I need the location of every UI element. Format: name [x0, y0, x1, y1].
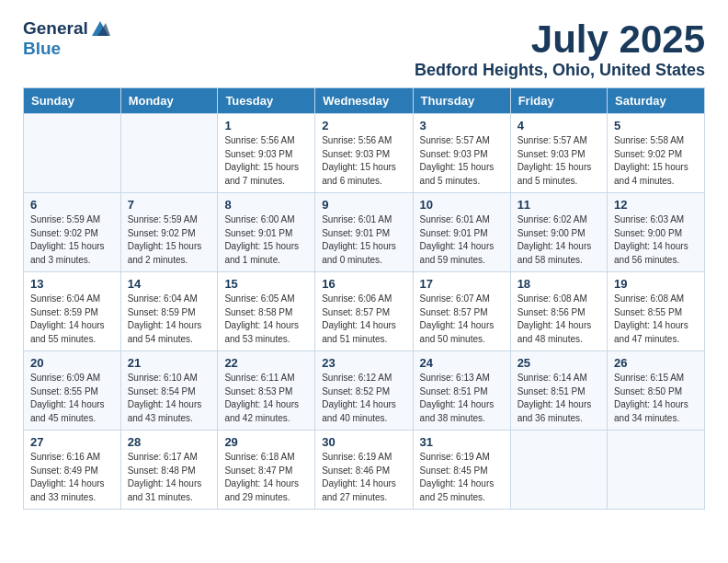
header-thursday: Thursday — [413, 88, 510, 114]
header-sunday: Sunday — [24, 88, 121, 114]
table-row: 29Sunrise: 6:18 AM Sunset: 8:47 PM Dayli… — [218, 431, 315, 510]
table-row: 12Sunrise: 6:03 AM Sunset: 9:00 PM Dayli… — [608, 193, 705, 272]
day-number: 30 — [322, 435, 405, 449]
logo-text-blue: Blue — [23, 39, 61, 58]
day-info: Sunrise: 6:19 AM Sunset: 8:46 PM Dayligh… — [322, 451, 405, 504]
day-info: Sunrise: 5:56 AM Sunset: 9:03 PM Dayligh… — [322, 134, 405, 188]
day-info: Sunrise: 6:04 AM Sunset: 8:59 PM Dayligh… — [30, 293, 114, 346]
table-row: 11Sunrise: 6:02 AM Sunset: 9:00 PM Dayli… — [510, 193, 607, 272]
day-info: Sunrise: 5:56 AM Sunset: 9:03 PM Dayligh… — [224, 134, 308, 188]
day-number: 29 — [224, 435, 308, 449]
day-number: 16 — [322, 277, 405, 291]
day-number: 31 — [420, 435, 504, 449]
header-friday: Friday — [510, 88, 607, 114]
table-row: 30Sunrise: 6:19 AM Sunset: 8:46 PM Dayli… — [315, 431, 413, 510]
day-info: Sunrise: 5:58 AM Sunset: 9:02 PM Dayligh… — [614, 134, 698, 188]
table-row: 10Sunrise: 6:01 AM Sunset: 9:01 PM Dayli… — [413, 193, 510, 272]
day-info: Sunrise: 6:09 AM Sunset: 8:55 PM Dayligh… — [30, 372, 114, 425]
calendar-table: Sunday Monday Tuesday Wednesday Thursday… — [23, 87, 705, 510]
header-wednesday: Wednesday — [315, 88, 413, 114]
table-row: 24Sunrise: 6:13 AM Sunset: 8:51 PM Dayli… — [413, 351, 510, 431]
day-info: Sunrise: 6:07 AM Sunset: 8:57 PM Dayligh… — [420, 293, 504, 346]
day-number: 24 — [420, 356, 504, 370]
day-number: 20 — [30, 356, 114, 370]
table-row: 15Sunrise: 6:05 AM Sunset: 8:58 PM Dayli… — [218, 272, 315, 351]
calendar-week-row: 13Sunrise: 6:04 AM Sunset: 8:59 PM Dayli… — [24, 272, 705, 351]
day-number: 18 — [518, 277, 600, 291]
day-info: Sunrise: 5:57 AM Sunset: 9:03 PM Dayligh… — [518, 134, 600, 188]
table-row: 20Sunrise: 6:09 AM Sunset: 8:55 PM Dayli… — [24, 351, 121, 431]
table-row: 17Sunrise: 6:07 AM Sunset: 8:57 PM Dayli… — [413, 272, 510, 351]
day-info: Sunrise: 5:57 AM Sunset: 9:03 PM Dayligh… — [420, 134, 504, 188]
table-row: 1Sunrise: 5:56 AM Sunset: 9:03 PM Daylig… — [218, 114, 315, 193]
day-info: Sunrise: 6:12 AM Sunset: 8:52 PM Dayligh… — [322, 372, 405, 425]
day-number: 9 — [322, 198, 405, 212]
table-row: 31Sunrise: 6:19 AM Sunset: 8:45 PM Dayli… — [413, 431, 510, 510]
calendar-week-row: 27Sunrise: 6:16 AM Sunset: 8:49 PM Dayli… — [24, 431, 705, 510]
day-info: Sunrise: 5:59 AM Sunset: 9:02 PM Dayligh… — [30, 213, 114, 267]
table-row: 8Sunrise: 6:00 AM Sunset: 9:01 PM Daylig… — [218, 193, 315, 272]
calendar-week-row: 1Sunrise: 5:56 AM Sunset: 9:03 PM Daylig… — [24, 114, 705, 193]
day-info: Sunrise: 6:17 AM Sunset: 8:48 PM Dayligh… — [128, 451, 211, 504]
page-header: General Blue July 2025 Bedford Heights, … — [23, 18, 705, 80]
day-number: 13 — [30, 277, 114, 291]
day-number: 17 — [420, 277, 504, 291]
header-saturday: Saturday — [608, 88, 705, 114]
day-number: 5 — [614, 119, 698, 132]
day-info: Sunrise: 6:05 AM Sunset: 8:58 PM Dayligh… — [224, 293, 308, 346]
day-number: 7 — [128, 198, 211, 212]
day-info: Sunrise: 6:08 AM Sunset: 8:56 PM Dayligh… — [518, 293, 600, 346]
table-row: 18Sunrise: 6:08 AM Sunset: 8:56 PM Dayli… — [510, 272, 607, 351]
day-info: Sunrise: 5:59 AM Sunset: 9:02 PM Dayligh… — [128, 213, 211, 267]
day-info: Sunrise: 6:19 AM Sunset: 8:45 PM Dayligh… — [420, 451, 504, 504]
day-number: 6 — [30, 198, 114, 212]
calendar-subtitle: Bedford Heights, Ohio, United States — [415, 61, 705, 80]
title-block: July 2025 Bedford Heights, Ohio, United … — [415, 18, 705, 80]
table-row: 22Sunrise: 6:11 AM Sunset: 8:53 PM Dayli… — [218, 351, 315, 431]
day-number: 4 — [518, 119, 600, 132]
day-number: 22 — [224, 356, 308, 370]
table-row: 3Sunrise: 5:57 AM Sunset: 9:03 PM Daylig… — [413, 114, 510, 193]
calendar-week-row: 6Sunrise: 5:59 AM Sunset: 9:02 PM Daylig… — [24, 193, 705, 272]
day-number: 21 — [128, 356, 211, 370]
day-info: Sunrise: 6:10 AM Sunset: 8:54 PM Dayligh… — [128, 372, 211, 425]
day-info: Sunrise: 6:02 AM Sunset: 9:00 PM Dayligh… — [518, 213, 600, 267]
calendar-week-row: 20Sunrise: 6:09 AM Sunset: 8:55 PM Dayli… — [24, 351, 705, 431]
day-number: 23 — [322, 356, 405, 370]
table-row — [608, 431, 705, 510]
table-row: 2Sunrise: 5:56 AM Sunset: 9:03 PM Daylig… — [315, 114, 413, 193]
header-tuesday: Tuesday — [218, 88, 315, 114]
calendar-title: July 2025 — [415, 18, 705, 61]
table-row: 5Sunrise: 5:58 AM Sunset: 9:02 PM Daylig… — [608, 114, 705, 193]
logo: General Blue — [23, 18, 110, 59]
day-info: Sunrise: 6:11 AM Sunset: 8:53 PM Dayligh… — [224, 372, 308, 425]
table-row: 9Sunrise: 6:01 AM Sunset: 9:01 PM Daylig… — [315, 193, 413, 272]
day-info: Sunrise: 6:01 AM Sunset: 9:01 PM Dayligh… — [322, 213, 405, 267]
weekday-header-row: Sunday Monday Tuesday Wednesday Thursday… — [24, 88, 705, 114]
table-row: 19Sunrise: 6:08 AM Sunset: 8:55 PM Dayli… — [608, 272, 705, 351]
logo-text-general: General — [23, 18, 88, 39]
day-info: Sunrise: 6:16 AM Sunset: 8:49 PM Dayligh… — [30, 451, 114, 504]
day-info: Sunrise: 6:08 AM Sunset: 8:55 PM Dayligh… — [614, 293, 698, 346]
day-number: 25 — [518, 356, 600, 370]
table-row: 21Sunrise: 6:10 AM Sunset: 8:54 PM Dayli… — [120, 351, 218, 431]
table-row — [24, 114, 121, 193]
day-number: 11 — [518, 198, 600, 212]
table-row: 25Sunrise: 6:14 AM Sunset: 8:51 PM Dayli… — [510, 351, 607, 431]
day-info: Sunrise: 6:03 AM Sunset: 9:00 PM Dayligh… — [614, 213, 698, 267]
day-info: Sunrise: 6:01 AM Sunset: 9:01 PM Dayligh… — [420, 213, 504, 267]
table-row: 4Sunrise: 5:57 AM Sunset: 9:03 PM Daylig… — [510, 114, 607, 193]
day-info: Sunrise: 6:00 AM Sunset: 9:01 PM Dayligh… — [224, 213, 308, 267]
table-row: 6Sunrise: 5:59 AM Sunset: 9:02 PM Daylig… — [24, 193, 121, 272]
day-number: 14 — [128, 277, 211, 291]
table-row: 13Sunrise: 6:04 AM Sunset: 8:59 PM Dayli… — [24, 272, 121, 351]
day-number: 2 — [322, 119, 405, 132]
table-row: 7Sunrise: 5:59 AM Sunset: 9:02 PM Daylig… — [120, 193, 218, 272]
table-row — [120, 114, 218, 193]
day-info: Sunrise: 6:15 AM Sunset: 8:50 PM Dayligh… — [614, 372, 698, 425]
day-number: 3 — [420, 119, 504, 132]
day-number: 15 — [224, 277, 308, 291]
day-number: 12 — [614, 198, 698, 212]
table-row: 16Sunrise: 6:06 AM Sunset: 8:57 PM Dayli… — [315, 272, 413, 351]
day-info: Sunrise: 6:18 AM Sunset: 8:47 PM Dayligh… — [224, 451, 308, 504]
